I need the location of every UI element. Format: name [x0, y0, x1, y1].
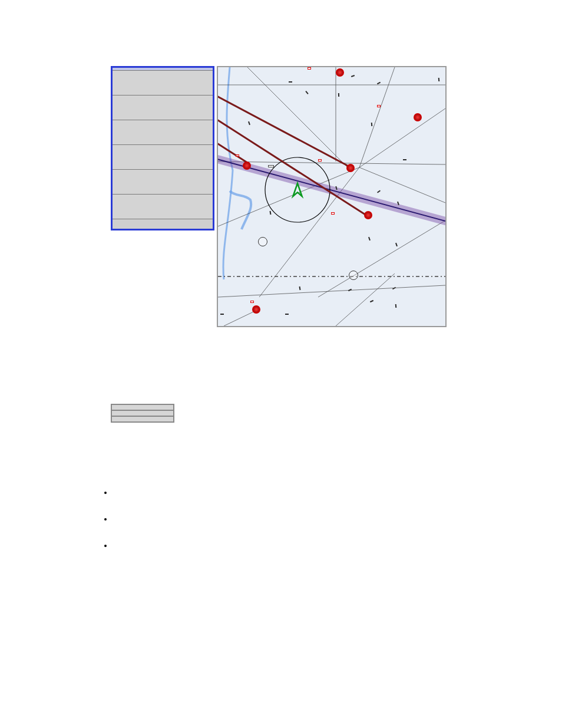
khon-symbol	[346, 164, 355, 172]
emergency-item-kanw[interactable]	[113, 195, 213, 219]
airway-label	[338, 93, 339, 97]
kanw-symbol	[252, 305, 260, 314]
emergency-item-katy[interactable]	[113, 170, 213, 195]
filter-button-stack	[111, 404, 174, 423]
kanw-infobox	[250, 301, 254, 303]
isd-vor-icon	[258, 237, 267, 246]
page	[0, 0, 562, 728]
increase-min-rwy-button[interactable]	[111, 404, 174, 410]
kmhe-symbol	[364, 211, 372, 219]
airway-label	[220, 314, 224, 315]
svg-line-10	[218, 285, 445, 297]
airway-label	[285, 314, 289, 315]
note-decrease-min-rwy	[113, 515, 476, 523]
emergency-item-kmhe[interactable]	[113, 95, 213, 120]
kabr-infobox	[308, 67, 311, 70]
screenshot-composite	[111, 66, 447, 327]
airway-label	[438, 78, 440, 81]
katy-symbol	[414, 113, 422, 121]
svg-line-9	[318, 220, 445, 297]
list-spacer	[113, 219, 213, 229]
kpir-infobox	[236, 154, 239, 157]
filter-notes	[99, 488, 476, 568]
waypoint-eta-box	[268, 165, 274, 167]
airway-label	[371, 123, 373, 126]
emergency-item-khon[interactable]	[113, 71, 213, 95]
emergency-item-kabr[interactable]	[113, 145, 213, 170]
airway-label	[403, 159, 406, 160]
decrease-min-rwy-button[interactable]	[111, 410, 174, 416]
ifr-vfr-toggle-button[interactable]	[111, 416, 174, 422]
emergency-airport-list	[111, 66, 214, 230]
svg-line-3	[247, 67, 348, 167]
airway-label	[395, 304, 397, 308]
kpir-symbol	[243, 162, 251, 170]
svg-line-12	[224, 312, 253, 326]
note-ifr-vfr	[113, 541, 476, 550]
katy-infobox	[377, 105, 381, 107]
moving-map[interactable]	[217, 66, 447, 327]
kabr-symbol	[336, 68, 344, 77]
svg-line-5	[359, 108, 445, 167]
khon-infobox	[318, 159, 322, 162]
airway-label	[289, 81, 292, 83]
emergency-item-kpir[interactable]	[113, 120, 213, 145]
svg-line-4	[359, 67, 395, 167]
svg-line-2	[218, 162, 445, 164]
note-increase-min-rwy	[113, 488, 476, 497]
kmhe-infobox	[331, 212, 335, 215]
map-vector-layer	[218, 67, 445, 326]
ykn-vor-icon	[349, 271, 358, 280]
